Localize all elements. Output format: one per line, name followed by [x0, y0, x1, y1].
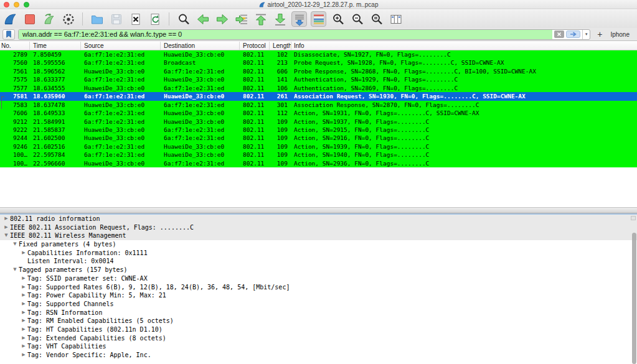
detail-tree-row[interactable]: ▶Tag: Supported Rates 6(B), 9, 12(B), 18… [0, 283, 637, 292]
previous-packet-icon [196, 12, 210, 26]
detail-tree-row[interactable]: ▶Tag: Extended Capabilities (8 octets) [0, 334, 637, 343]
resize-columns-button[interactable] [388, 11, 403, 27]
pane-splitter[interactable] [0, 207, 637, 213]
packet-cell-no: 9246 [0, 142, 30, 151]
expander-collapsed-icon[interactable]: ▶ [2, 215, 10, 223]
filter-dropdown-button[interactable]: ▼ [582, 29, 590, 40]
zoom-out-button[interactable] [349, 11, 365, 27]
minimize-window-button[interactable] [14, 2, 19, 7]
expander-collapsed-icon[interactable]: ▶ [20, 351, 27, 360]
expander-collapsed-icon[interactable]: ▶ [20, 317, 27, 325]
window-title: airtool_2020-12-29_12.28.27.p. m..pcap [268, 1, 379, 8]
detail-tree-row[interactable]: ▶Tag: Supported Channels [0, 300, 637, 309]
detail-tree-row[interactable]: ▼IEEE 802.11 Wireless Management [0, 231, 637, 240]
column-header-time[interactable]: Time [30, 42, 81, 50]
column-header-length[interactable]: Length [270, 42, 291, 50]
next-packet-button[interactable] [214, 11, 230, 27]
expander-expanded-icon[interactable]: ▼ [11, 266, 19, 274]
save-file-button[interactable] [108, 11, 124, 27]
packet-row[interactable]: 757518.6333776a:f7:1e:e2:31:edHuaweiDe_3… [0, 75, 637, 83]
detail-tree-row[interactable]: ▶802.11 radio information [0, 215, 637, 223]
packet-row[interactable]: 922221.585837HuaweiDe_33:cb:e06a:f7:1e:e… [0, 126, 637, 134]
expander-collapsed-icon[interactable]: ▶ [20, 325, 27, 334]
packet-row[interactable]: 921221.5849916a:f7:1e:e2:31:edHuaweiDe_3… [0, 118, 637, 126]
expander-collapsed-icon[interactable]: ▶ [20, 291, 27, 300]
open-file-button[interactable] [89, 11, 105, 27]
packet-cell-no: 9244 [0, 134, 30, 142]
packet-row[interactable]: 756018.5955566a:f7:1e:e2:31:edBroadcast8… [0, 58, 637, 67]
packet-cell-protocol: 802.11 [240, 109, 270, 117]
detail-tree-row[interactable]: ▶Capabilities Information: 0x1111 [0, 249, 637, 258]
column-header-no[interactable]: No. [0, 42, 30, 50]
colorize-toggle[interactable] [311, 11, 326, 27]
display-filter-field[interactable]: wlan.addr == 6a:f7:1e:e2:31:ed && wlan.f… [18, 29, 590, 40]
expander-collapsed-icon[interactable]: ▶ [20, 283, 27, 292]
packet-cell-time: 21.585837 [30, 126, 81, 134]
expander-collapsed-icon[interactable]: ▶ [2, 223, 10, 232]
packet-row-selected[interactable]: 758118.6359606a:f7:1e:e2:31:edHuaweiDe_3… [0, 92, 637, 100]
detail-tree-row[interactable]: ▶Tag: SSID parameter set: CWNE-AX [0, 274, 637, 283]
expander-collapsed-icon[interactable]: ▶ [20, 300, 27, 309]
detail-tree-label: Tag: Power Capability Min: 5, Max: 21 [27, 291, 166, 300]
column-header-info[interactable]: Info [291, 42, 637, 50]
display-filter-input[interactable]: wlan.addr == 6a:f7:1e:e2:31:ed && wlan.f… [19, 30, 552, 39]
expander-collapsed-icon[interactable]: ▶ [20, 309, 27, 317]
packet-row[interactable]: 760618.6495336a:f7:1e:e2:31:edHuaweiDe_3… [0, 109, 637, 117]
add-filter-button[interactable]: + [593, 29, 606, 39]
zoom-reset-button[interactable] [369, 11, 384, 27]
last-packet-button[interactable] [272, 11, 288, 27]
stop-capture-button[interactable] [22, 11, 37, 27]
zoom-reset-icon [370, 12, 384, 26]
detail-tree-row[interactable]: ▶Tag: VHT Capabilities [0, 342, 637, 351]
detail-tree-row[interactable]: ▶Tag: RSN Information [0, 309, 637, 317]
detail-tree-row[interactable]: ▶Tag: Power Capability Min: 5, Max: 21 [0, 291, 637, 300]
clear-filter-button[interactable] [554, 30, 564, 38]
expander-collapsed-icon[interactable]: ▶ [20, 334, 27, 343]
packet-row[interactable]: 27897.8504596a:f7:1e:e2:31:edHuaweiDe_33… [0, 50, 637, 58]
zoom-window-button[interactable] [24, 2, 29, 7]
packet-row[interactable]: 100…22.596660HuaweiDe_33:cb:e06a:f7:1e:e… [0, 159, 637, 167]
expander-expanded-icon[interactable]: ▼ [2, 231, 10, 240]
detail-tree-row[interactable]: ▶IEEE 802.11 Association Request, Flags:… [0, 223, 637, 232]
detail-tree-row[interactable]: ▶Tag: RM Enabled Capabilities (5 octets) [0, 317, 637, 325]
capture-options-button[interactable] [60, 11, 76, 27]
column-header-protocol[interactable]: Protocol [240, 42, 270, 50]
column-header-source[interactable]: Source [81, 42, 161, 50]
expander-expanded-icon[interactable]: ▼ [11, 240, 19, 249]
detail-tree-row[interactable]: ▼Tagged parameters (157 bytes) [0, 266, 637, 274]
detail-tree-row[interactable]: ▶Tag: HT Capabilities (802.11n D1.10) [0, 325, 637, 334]
auto-scroll-toggle[interactable] [291, 11, 307, 27]
detail-tree-row[interactable]: ▶Tag: Vendor Specific: Apple, Inc. [0, 351, 637, 360]
filter-shortcut-iphone[interactable]: Iphone [610, 31, 630, 38]
expander-collapsed-icon[interactable]: ▶ [20, 249, 27, 258]
zoom-in-button[interactable] [330, 11, 346, 27]
start-capture-button[interactable] [2, 11, 18, 27]
previous-packet-button[interactable] [195, 11, 210, 27]
packet-row[interactable]: 757718.634555HuaweiDe_33:cb:e06a:f7:1e:e… [0, 84, 637, 92]
close-window-button[interactable] [4, 2, 9, 7]
packet-row[interactable]: 756118.596562HuaweiDe_33:cb:e06a:f7:1e:e… [0, 67, 637, 75]
detail-tree-row[interactable]: ▼Fixed parameters (4 bytes) [0, 240, 637, 249]
packet-row[interactable]: 924421.602500HuaweiDe_33:cb:e06a:f7:1e:e… [0, 134, 637, 142]
toolbar-separator [169, 12, 169, 26]
find-packet-button[interactable] [176, 11, 191, 27]
details-scrollbar-thumb[interactable] [632, 233, 636, 364]
reload-file-button[interactable] [147, 11, 163, 27]
packet-row[interactable]: 924621.6025166a:f7:1e:e2:31:edHuaweiDe_3… [0, 142, 637, 151]
detail-tree-row[interactable]: Listen Interval: 0x0014 [0, 257, 637, 266]
packet-row[interactable]: 758318.637478HuaweiDe_33:cb:e06a:f7:1e:e… [0, 101, 637, 109]
first-packet-button[interactable] [253, 11, 268, 27]
restart-capture-button[interactable] [41, 11, 57, 27]
column-header-destination[interactable]: Destination [161, 42, 240, 50]
packet-cell-protocol: 802.11 [240, 142, 270, 151]
packet-cell-time: 22.596660 [30, 159, 81, 167]
go-to-packet-button[interactable] [234, 11, 249, 27]
close-file-button[interactable] [128, 11, 143, 27]
apply-filter-button[interactable] [566, 30, 580, 38]
filter-bookmark-button[interactable] [2, 29, 15, 40]
packet-cell-length: 109 [270, 142, 291, 151]
packet-row[interactable]: 100…22.5957846a:f7:1e:e2:31:edHuaweiDe_3… [0, 151, 637, 159]
packet-cell-destination: HuaweiDe_33:cb:e0 [161, 118, 240, 126]
expander-collapsed-icon[interactable]: ▶ [20, 342, 27, 351]
expander-collapsed-icon[interactable]: ▶ [20, 274, 27, 283]
